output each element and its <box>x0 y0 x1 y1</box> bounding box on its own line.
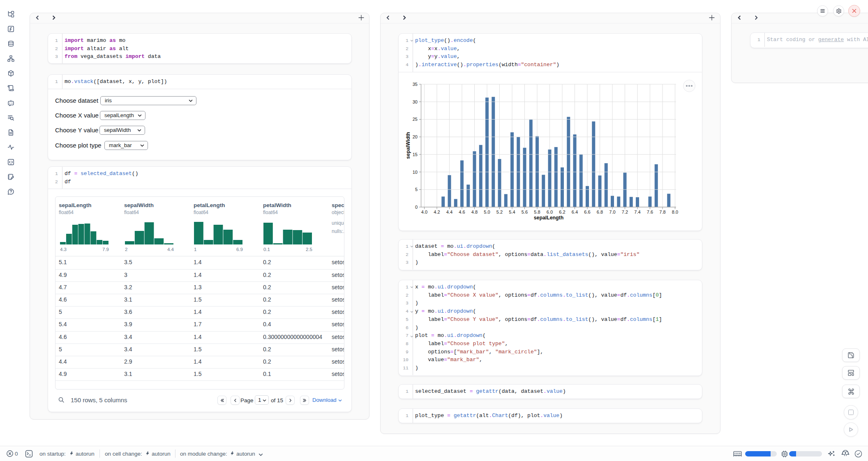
svg-text:7.0: 7.0 <box>609 209 615 214</box>
svg-text:20: 20 <box>413 134 418 139</box>
svg-text:4.0: 4.0 <box>421 209 427 214</box>
svg-text:5.6: 5.6 <box>522 209 528 214</box>
svg-text:5.4: 5.4 <box>509 209 515 214</box>
svg-text:15: 15 <box>413 152 418 157</box>
svg-text:25: 25 <box>413 117 418 122</box>
svg-text:6.0: 6.0 <box>547 209 553 214</box>
svg-text:8.0: 8.0 <box>672 209 678 214</box>
svg-text:5: 5 <box>415 187 418 192</box>
svg-text:7.6: 7.6 <box>647 209 653 214</box>
svg-text:7.2: 7.2 <box>622 209 628 214</box>
svg-text:4.4: 4.4 <box>446 209 452 214</box>
svg-text:0: 0 <box>415 205 418 210</box>
svg-text:4.8: 4.8 <box>471 209 478 214</box>
svg-text:6.8: 6.8 <box>597 209 603 214</box>
svg-text:sepalWidth: sepalWidth <box>405 132 411 159</box>
svg-text:4.6: 4.6 <box>459 209 465 214</box>
svg-text:5.0: 5.0 <box>484 209 490 214</box>
svg-text:5.2: 5.2 <box>496 209 503 214</box>
svg-text:5.8: 5.8 <box>534 209 540 214</box>
svg-text:6.4: 6.4 <box>572 209 578 214</box>
svg-text:7.4: 7.4 <box>634 209 640 214</box>
svg-text:sepalLength: sepalLength <box>534 215 563 221</box>
svg-text:10: 10 <box>413 169 418 174</box>
svg-text:6.6: 6.6 <box>584 209 590 214</box>
svg-text:30: 30 <box>413 99 418 104</box>
svg-text:7.8: 7.8 <box>659 209 665 214</box>
svg-text:35: 35 <box>413 82 418 87</box>
svg-text:6.2: 6.2 <box>559 209 565 214</box>
svg-text:4.2: 4.2 <box>434 209 440 214</box>
